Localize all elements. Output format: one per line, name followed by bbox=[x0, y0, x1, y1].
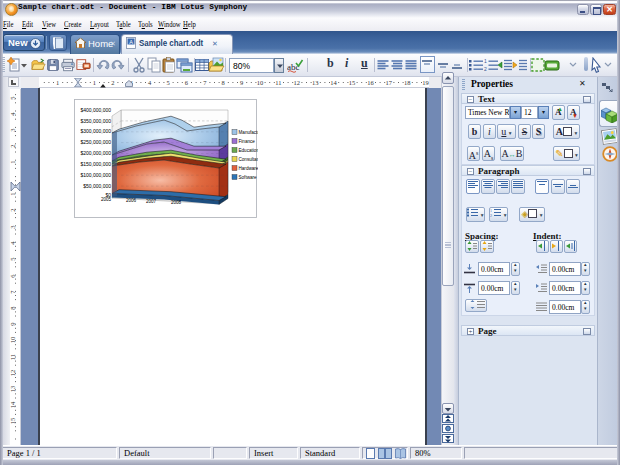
svg-text:5: 5 bbox=[166, 79, 169, 86]
svg-text:11: 11 bbox=[10, 354, 16, 360]
svg-text:13: 13 bbox=[312, 79, 319, 86]
svg-text:2008: 2008 bbox=[171, 200, 182, 205]
svg-text:18: 18 bbox=[404, 79, 411, 86]
svg-text:3: 3 bbox=[10, 225, 16, 228]
svg-text:2: 2 bbox=[111, 79, 114, 86]
svg-text:1: 1 bbox=[10, 192, 16, 195]
svg-text:Consultant: Consultant bbox=[239, 157, 259, 162]
svg-text:$400,000,000: $400,000,000 bbox=[80, 107, 111, 113]
svg-text:6: 6 bbox=[185, 79, 189, 86]
svg-text:6: 6 bbox=[10, 274, 16, 278]
svg-text:16: 16 bbox=[367, 79, 374, 86]
svg-text:5: 5 bbox=[10, 96, 16, 99]
svg-text:1: 1 bbox=[484, 58, 487, 64]
svg-text:10: 10 bbox=[257, 79, 264, 86]
svg-text:15: 15 bbox=[10, 418, 16, 425]
svg-text:14: 14 bbox=[330, 79, 337, 86]
svg-text:$150,000,000: $150,000,000 bbox=[80, 161, 111, 167]
svg-text:1: 1 bbox=[56, 79, 59, 86]
svg-text:7: 7 bbox=[203, 79, 207, 86]
svg-text:13: 13 bbox=[10, 386, 16, 393]
svg-text:2: 2 bbox=[10, 144, 16, 147]
svg-text:2: 2 bbox=[10, 208, 16, 211]
svg-text:Finance: Finance bbox=[239, 139, 256, 144]
svg-text:$350,000,000: $350,000,000 bbox=[80, 118, 111, 124]
svg-text:3: 3 bbox=[10, 128, 16, 131]
svg-text:Manufacturing: Manufacturing bbox=[239, 130, 259, 135]
svg-text:9: 9 bbox=[240, 79, 243, 86]
svg-text:abc: abc bbox=[287, 62, 300, 72]
svg-text:4: 4 bbox=[148, 79, 152, 86]
svg-text:17: 17 bbox=[386, 79, 393, 86]
svg-text:4: 4 bbox=[10, 241, 16, 245]
svg-text:14: 14 bbox=[10, 401, 16, 408]
svg-text:2: 2 bbox=[490, 213, 492, 217]
svg-text:$200,000,000: $200,000,000 bbox=[80, 150, 111, 156]
svg-text:1: 1 bbox=[93, 79, 96, 86]
svg-text:9: 9 bbox=[10, 322, 16, 325]
svg-text:15: 15 bbox=[349, 79, 356, 86]
svg-text:8: 8 bbox=[10, 306, 16, 309]
svg-text:12: 12 bbox=[294, 79, 301, 86]
svg-text:Hardware: Hardware bbox=[239, 166, 259, 171]
svg-text:$100,000,000: $100,000,000 bbox=[80, 172, 111, 178]
svg-text:5: 5 bbox=[10, 257, 16, 260]
svg-text:19: 19 bbox=[422, 79, 429, 86]
svg-text:2: 2 bbox=[484, 66, 487, 72]
svg-text:11: 11 bbox=[275, 79, 281, 86]
svg-text:$250,000,000: $250,000,000 bbox=[80, 139, 111, 145]
svg-text:2005: 2005 bbox=[101, 197, 112, 202]
svg-text:$300,000,000: $300,000,000 bbox=[80, 128, 111, 134]
svg-text:12: 12 bbox=[10, 370, 16, 377]
svg-text:2006: 2006 bbox=[126, 198, 137, 203]
svg-text:$50,000,000: $50,000,000 bbox=[83, 183, 111, 189]
svg-text:1: 1 bbox=[10, 160, 16, 163]
svg-text:7: 7 bbox=[10, 290, 16, 294]
svg-text:Software: Software bbox=[239, 175, 258, 180]
svg-text:10: 10 bbox=[10, 337, 16, 344]
svg-text:4: 4 bbox=[10, 112, 16, 116]
svg-text:2007: 2007 bbox=[146, 199, 157, 204]
svg-text:8: 8 bbox=[222, 79, 225, 86]
svg-text:Education: Education bbox=[239, 148, 259, 153]
